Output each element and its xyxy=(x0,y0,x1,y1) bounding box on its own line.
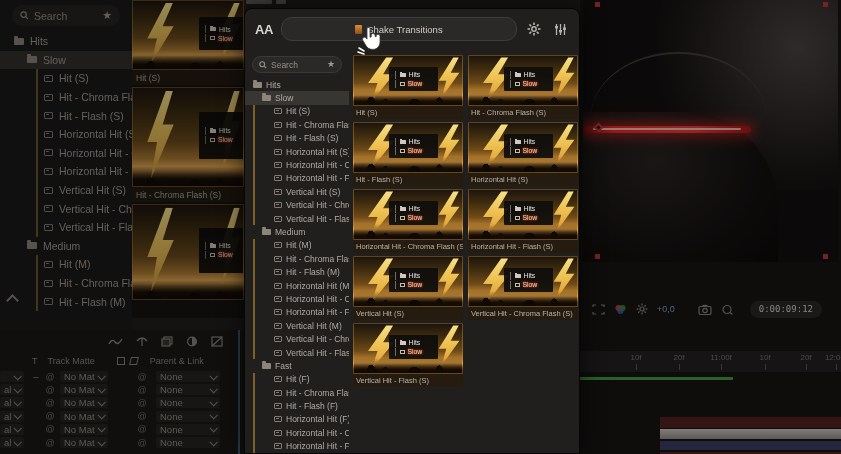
sidebar-item-hits[interactable]: Hits xyxy=(0,32,132,51)
preset-thumbnail[interactable]: HitsSlow xyxy=(468,122,578,173)
snapshot-camera-icon[interactable] xyxy=(698,304,712,315)
parent-link-dropdown[interactable]: None xyxy=(156,397,220,408)
column-header-track-matte[interactable]: Track Matte xyxy=(48,356,95,366)
track-matte-dropdown[interactable]: No Mat xyxy=(60,411,108,422)
favorite-star-icon[interactable]: ★ xyxy=(102,10,112,21)
preset-cell-horizontal-hit-s[interactable]: HitsSlowHorizontal Hit (S) xyxy=(468,122,578,188)
preset-thumbnail[interactable]: HitsSlow xyxy=(353,189,463,240)
popup-tree-item-horizontal-hit-s[interactable]: Horizontal Hit (S) xyxy=(245,145,349,158)
layer-bar-red[interactable] xyxy=(660,417,841,428)
blend-mode-dropdown[interactable]: al xyxy=(0,437,24,448)
filter-button[interactable] xyxy=(551,20,569,38)
preset-cell-hit-chroma-flash-s[interactable]: HitsSlowHit - Chroma Flash (S) xyxy=(468,55,578,121)
popup-tree-item-horizontal-hit-flash-s[interactable]: Horizontal Hit - Flash (S) xyxy=(245,172,349,185)
timecode-display[interactable]: 0:00:09:12 xyxy=(750,301,822,318)
selection-handle-top-right[interactable] xyxy=(823,2,828,7)
popup-tree-item-horizontal-hit-chroma-flash-f[interactable]: Horizontal Hit - Chroma Flash (F) xyxy=(245,426,349,439)
sidebar-item-horizontal-hit-s[interactable]: Horizontal Hit (S) xyxy=(0,125,132,144)
parent-link-dropdown[interactable]: None xyxy=(156,384,220,395)
parent-link-dropdown[interactable]: None xyxy=(156,437,220,448)
sidebar-item-hit-flash-s[interactable]: Hit - Flash (S) xyxy=(0,106,132,125)
background-thumb-cell[interactable]: HitsSlow xyxy=(132,204,244,300)
sidebar-item-horizontal-hit-flash-s[interactable]: Horizontal Hit - Flash (S) xyxy=(0,162,132,181)
preset-cell-vertical-hit-s[interactable]: HitsSlowVertical Hit (S) xyxy=(353,256,463,322)
resolution-gear-icon[interactable] xyxy=(636,303,648,315)
popup-tree-item-vertical-hit-chroma-flash-s[interactable]: Vertical Hit - Chroma Flash (S) xyxy=(245,199,349,212)
popup-tree-item-hit-f[interactable]: Hit (F) xyxy=(245,373,349,386)
pick-whip-icon[interactable]: @ xyxy=(44,398,56,408)
motion-blur-icon[interactable] xyxy=(161,336,173,347)
popup-tree-item-hit-flash-m[interactable]: Hit - Flash (M) xyxy=(245,265,349,278)
pick-whip-icon[interactable]: @ xyxy=(44,411,56,421)
preset-thumbnail[interactable]: HitsSlow xyxy=(353,55,463,106)
preset-cell-vertical-hit-flash-s[interactable]: HitsSlowVertical Hit - Flash (S) xyxy=(353,323,463,389)
track-matte-dropdown[interactable]: No Mat xyxy=(60,397,108,408)
sidebar-item-hit-flash-m[interactable]: Hit - Flash (M) xyxy=(0,292,132,311)
pick-whip-icon[interactable]: @ xyxy=(136,398,148,408)
selection-handle-bottom-left[interactable] xyxy=(595,254,600,259)
popup-tree-item-horizontal-hit-m[interactable]: Horizontal Hit (M) xyxy=(245,279,349,292)
parent-link-dropdown[interactable]: None xyxy=(156,371,220,382)
favorite-star-icon[interactable]: ★ xyxy=(327,60,335,69)
sidebar-item-vertical-hit-flash-s[interactable]: Vertical Hit - Flash (S) xyxy=(0,218,132,237)
popup-search-input[interactable]: Shake Transitions xyxy=(281,17,517,41)
popup-tree-item-hit-flash-f[interactable]: Hit - Flash (F) xyxy=(245,399,349,412)
track-matte-dropdown[interactable]: No Mat xyxy=(60,437,108,448)
popup-tree-item-horizontal-hit-chroma-flash-s[interactable]: Horizontal Hit - Chroma Flash (S) xyxy=(245,158,349,171)
blend-mode-dropdown[interactable]: al xyxy=(0,397,24,408)
sidebar-item-vertical-hit-s[interactable]: Vertical Hit (S) xyxy=(0,181,132,200)
sidebar-item-vertical-hit-chroma-flash-s[interactable]: Vertical Hit - Chroma Flash (S) xyxy=(0,199,132,218)
sidebar-item-medium[interactable]: Medium xyxy=(0,237,132,256)
show-snapshot-icon[interactable] xyxy=(721,304,733,315)
preset-cell-hit-s[interactable]: HitsSlowHit (S) xyxy=(353,55,463,121)
track-matte-toggle[interactable]: – xyxy=(30,371,42,382)
pick-whip-icon[interactable]: @ xyxy=(136,438,148,448)
preset-thumbnail[interactable]: HitsSlow xyxy=(353,122,463,173)
blend-mode-dropdown[interactable]: al xyxy=(0,424,24,435)
popup-tree-item-horizontal-hit-f[interactable]: Horizontal Hit (F) xyxy=(245,413,349,426)
pick-whip-icon[interactable]: @ xyxy=(136,424,148,434)
popup-tree-search-input[interactable]: Search ★ xyxy=(252,56,342,73)
sidebar-item-hit-chroma-flash-m[interactable]: Hit - Chroma Flash (M) xyxy=(0,274,132,293)
popup-tree-item-vertical-hit-s[interactable]: Vertical Hit (S) xyxy=(245,185,349,198)
parent-link-dropdown[interactable]: None xyxy=(156,411,220,422)
layer-bar-blue[interactable] xyxy=(660,441,841,450)
popup-tree-item-hit-s[interactable]: Hit (S) xyxy=(245,105,349,118)
render-wave-icon[interactable] xyxy=(108,337,123,347)
popup-tree-item-horizontal-hit-chroma-flash-m[interactable]: Horizontal Hit - Chroma Flash (M) xyxy=(245,292,349,305)
blend-mode-dropdown[interactable]: al xyxy=(0,384,24,395)
popup-tree-item-fast[interactable]: Fast xyxy=(245,359,349,372)
preset-thumbnail[interactable]: HitsSlow xyxy=(468,256,578,307)
column-header-parent-link[interactable]: Parent & Link xyxy=(150,356,204,366)
frame-blend-icon[interactable] xyxy=(136,336,148,347)
preset-thumbnail[interactable]: HitsSlow xyxy=(468,55,578,106)
preset-thumbnail[interactable]: HitsSlow xyxy=(468,189,578,240)
popup-tree-item-vertical-hit-flash-m[interactable]: Vertical Hit - Flash (M) xyxy=(245,346,349,359)
composition-viewer[interactable] xyxy=(583,0,838,262)
preset-thumbnail[interactable]: HitsSlow xyxy=(132,87,244,187)
preset-cell-horizontal-hit-chroma-flash-s[interactable]: HitsSlowHorizontal Hit - Chroma Flash (S… xyxy=(353,189,463,255)
selection-handle-top-left[interactable] xyxy=(595,2,600,7)
popup-tree-item-horizontal-hit-flash-f[interactable]: Horizontal Hit - Flash (F) xyxy=(245,440,349,453)
column-header-t[interactable]: T xyxy=(32,356,38,366)
popup-tree-item-hit-chroma-flash-s[interactable]: Hit - Chroma Flash (S) xyxy=(245,118,349,131)
background-thumb-cell[interactable]: HitsSlowHit - Chroma Flash (S) xyxy=(132,87,244,202)
3d-layer-icon[interactable] xyxy=(211,336,223,347)
selection-handle-bottom-right[interactable] xyxy=(823,254,828,259)
popup-tree-item-hits[interactable]: Hits xyxy=(245,78,349,91)
popup-tree-item-slow[interactable]: Slow xyxy=(245,91,349,104)
pick-whip-icon[interactable]: @ xyxy=(136,385,148,395)
settings-button[interactable] xyxy=(525,20,543,38)
pick-whip-icon[interactable]: @ xyxy=(44,438,56,448)
layer-bar-light[interactable] xyxy=(660,429,841,439)
popup-tree-item-horizontal-hit-flash-m[interactable]: Horizontal Hit - Flash (M) xyxy=(245,306,349,319)
sidebar-search-input[interactable]: Search ★ xyxy=(12,5,120,26)
sidebar-item-slow[interactable]: Slow xyxy=(0,51,132,70)
pick-whip-icon[interactable]: @ xyxy=(136,411,148,421)
popup-tree-item-vertical-hit-chroma-flash-m[interactable]: Vertical Hit - Chroma Flash (M) xyxy=(245,332,349,345)
parent-link-dropdown[interactable]: None xyxy=(156,424,220,435)
exposure-offset-value[interactable]: +0,0 xyxy=(657,304,675,314)
pick-whip-icon[interactable]: @ xyxy=(44,424,56,434)
popup-tree-item-vertical-hit-flash-s[interactable]: Vertical Hit - Flash (S) xyxy=(245,212,349,225)
adjustment-layer-icon[interactable] xyxy=(186,336,198,347)
